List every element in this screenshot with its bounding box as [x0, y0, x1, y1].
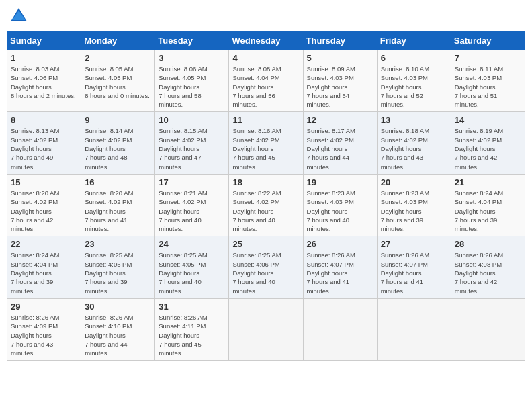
- logo-icon: [9, 7, 28, 26]
- day-info: Sunrise: 8:10 AM Sunset: 4:03 PM Dayligh…: [381, 64, 447, 109]
- day-cell: 13 Sunrise: 8:18 AM Sunset: 4:02 PM Dayl…: [377, 112, 451, 174]
- day-number: 17: [159, 177, 225, 187]
- day-info: Sunrise: 8:23 AM Sunset: 4:03 PM Dayligh…: [381, 189, 447, 233]
- day-number: 14: [455, 115, 521, 125]
- day-cell: 3 Sunrise: 8:06 AM Sunset: 4:05 PM Dayli…: [155, 50, 229, 112]
- day-cell: [451, 298, 525, 360]
- day-info: Sunrise: 8:17 AM Sunset: 4:02 PM Dayligh…: [307, 126, 373, 171]
- day-cell: 2 Sunrise: 8:05 AM Sunset: 4:05 PM Dayli…: [81, 50, 155, 112]
- header-thursday: Thursday: [303, 32, 377, 50]
- day-info: Sunrise: 8:19 AM Sunset: 4:02 PM Dayligh…: [455, 126, 521, 171]
- day-info: Sunrise: 8:26 AM Sunset: 4:08 PM Dayligh…: [455, 250, 521, 295]
- day-info: Sunrise: 8:24 AM Sunset: 4:04 PM Dayligh…: [11, 250, 77, 295]
- day-info: Sunrise: 8:16 AM Sunset: 4:02 PM Dayligh…: [232, 126, 299, 171]
- day-cell: 27 Sunrise: 8:26 AM Sunset: 4:07 PM Dayl…: [377, 236, 451, 298]
- day-number: 9: [85, 115, 151, 125]
- day-number: 24: [159, 239, 225, 249]
- day-cell: 25 Sunrise: 8:25 AM Sunset: 4:06 PM Dayl…: [229, 236, 303, 298]
- day-cell: 1 Sunrise: 8:03 AM Sunset: 4:06 PM Dayli…: [7, 50, 81, 112]
- day-number: 8: [11, 115, 77, 125]
- day-info: Sunrise: 8:25 AM Sunset: 4:05 PM Dayligh…: [85, 250, 151, 295]
- header-wednesday: Wednesday: [229, 32, 303, 50]
- day-info: Sunrise: 8:25 AM Sunset: 4:05 PM Dayligh…: [159, 250, 225, 295]
- day-cell: 29 Sunrise: 8:26 AM Sunset: 4:09 PM Dayl…: [7, 298, 81, 360]
- day-cell: 31 Sunrise: 8:26 AM Sunset: 4:11 PM Dayl…: [155, 298, 229, 360]
- day-cell: 24 Sunrise: 8:25 AM Sunset: 4:05 PM Dayl…: [155, 236, 229, 298]
- day-info: Sunrise: 8:20 AM Sunset: 4:02 PM Dayligh…: [11, 189, 77, 233]
- day-cell: 20 Sunrise: 8:23 AM Sunset: 4:03 PM Dayl…: [377, 174, 451, 236]
- day-cell: [229, 298, 303, 360]
- day-info: Sunrise: 8:15 AM Sunset: 4:02 PM Dayligh…: [159, 126, 225, 171]
- day-info: Sunrise: 8:20 AM Sunset: 4:02 PM Dayligh…: [85, 189, 151, 233]
- day-cell: 17 Sunrise: 8:21 AM Sunset: 4:02 PM Dayl…: [155, 174, 229, 236]
- weekday-header-row: SundayMondayTuesdayWednesdayThursdayFrid…: [7, 32, 525, 50]
- day-number: 21: [455, 177, 521, 187]
- day-cell: 4 Sunrise: 8:08 AM Sunset: 4:04 PM Dayli…: [229, 50, 303, 112]
- header-friday: Friday: [377, 32, 451, 50]
- day-info: Sunrise: 8:21 AM Sunset: 4:02 PM Dayligh…: [159, 189, 225, 233]
- day-info: Sunrise: 8:03 AM Sunset: 4:06 PM Dayligh…: [11, 64, 77, 100]
- day-info: Sunrise: 8:05 AM Sunset: 4:05 PM Dayligh…: [85, 64, 151, 100]
- day-cell: 23 Sunrise: 8:25 AM Sunset: 4:05 PM Dayl…: [81, 236, 155, 298]
- header-saturday: Saturday: [451, 32, 525, 50]
- header-tuesday: Tuesday: [155, 32, 229, 50]
- day-cell: 16 Sunrise: 8:20 AM Sunset: 4:02 PM Dayl…: [81, 174, 155, 236]
- header-sunday: Sunday: [7, 32, 81, 50]
- day-cell: 7 Sunrise: 8:11 AM Sunset: 4:03 PM Dayli…: [451, 50, 525, 112]
- day-cell: 12 Sunrise: 8:17 AM Sunset: 4:02 PM Dayl…: [303, 112, 377, 174]
- day-info: Sunrise: 8:06 AM Sunset: 4:05 PM Dayligh…: [159, 64, 225, 109]
- day-info: Sunrise: 8:18 AM Sunset: 4:02 PM Dayligh…: [381, 126, 447, 171]
- day-number: 30: [85, 302, 151, 312]
- day-number: 20: [381, 177, 447, 187]
- day-number: 2: [85, 53, 151, 63]
- day-number: 29: [11, 302, 77, 312]
- day-cell: 9 Sunrise: 8:14 AM Sunset: 4:02 PM Dayli…: [81, 112, 155, 174]
- logo: [9, 7, 31, 26]
- day-cell: 26 Sunrise: 8:26 AM Sunset: 4:07 PM Dayl…: [303, 236, 377, 298]
- week-row-4: 22 Sunrise: 8:24 AM Sunset: 4:04 PM Dayl…: [7, 236, 525, 298]
- week-row-3: 15 Sunrise: 8:20 AM Sunset: 4:02 PM Dayl…: [7, 174, 525, 236]
- day-cell: 5 Sunrise: 8:09 AM Sunset: 4:03 PM Dayli…: [303, 50, 377, 112]
- day-number: 12: [307, 115, 373, 125]
- day-cell: 18 Sunrise: 8:22 AM Sunset: 4:02 PM Dayl…: [229, 174, 303, 236]
- day-number: 19: [307, 177, 373, 187]
- day-cell: 14 Sunrise: 8:19 AM Sunset: 4:02 PM Dayl…: [451, 112, 525, 174]
- header-monday: Monday: [81, 32, 155, 50]
- day-number: 15: [11, 177, 77, 187]
- day-number: 13: [381, 115, 447, 125]
- day-info: Sunrise: 8:08 AM Sunset: 4:04 PM Dayligh…: [232, 64, 299, 109]
- day-info: Sunrise: 8:11 AM Sunset: 4:03 PM Dayligh…: [455, 64, 521, 109]
- day-number: 23: [85, 239, 151, 249]
- day-number: 6: [381, 53, 447, 63]
- day-number: 3: [159, 53, 225, 63]
- day-number: 10: [159, 115, 225, 125]
- day-number: 25: [232, 239, 299, 249]
- day-info: Sunrise: 8:26 AM Sunset: 4:07 PM Dayligh…: [381, 250, 447, 295]
- day-number: 27: [381, 239, 447, 249]
- day-info: Sunrise: 8:13 AM Sunset: 4:02 PM Dayligh…: [11, 126, 77, 171]
- day-number: 26: [307, 239, 373, 249]
- day-number: 31: [159, 302, 225, 312]
- day-cell: [303, 298, 377, 360]
- day-info: Sunrise: 8:09 AM Sunset: 4:03 PM Dayligh…: [307, 64, 373, 109]
- day-number: 16: [85, 177, 151, 187]
- day-number: 1: [11, 53, 77, 63]
- day-number: 18: [232, 177, 299, 187]
- day-cell: 15 Sunrise: 8:20 AM Sunset: 4:02 PM Dayl…: [7, 174, 81, 236]
- day-info: Sunrise: 8:26 AM Sunset: 4:09 PM Dayligh…: [11, 313, 77, 357]
- day-info: Sunrise: 8:22 AM Sunset: 4:02 PM Dayligh…: [232, 189, 299, 233]
- day-info: Sunrise: 8:24 AM Sunset: 4:04 PM Dayligh…: [455, 189, 521, 233]
- svg-marker-1: [12, 11, 26, 20]
- day-cell: 30 Sunrise: 8:26 AM Sunset: 4:10 PM Dayl…: [81, 298, 155, 360]
- day-cell: 19 Sunrise: 8:23 AM Sunset: 4:03 PM Dayl…: [303, 174, 377, 236]
- day-info: Sunrise: 8:25 AM Sunset: 4:06 PM Dayligh…: [232, 250, 299, 295]
- day-number: 5: [307, 53, 373, 63]
- day-cell: 6 Sunrise: 8:10 AM Sunset: 4:03 PM Dayli…: [377, 50, 451, 112]
- day-cell: 10 Sunrise: 8:15 AM Sunset: 4:02 PM Dayl…: [155, 112, 229, 174]
- day-number: 22: [11, 239, 77, 249]
- day-number: 11: [232, 115, 299, 125]
- day-cell: [377, 298, 451, 360]
- week-row-2: 8 Sunrise: 8:13 AM Sunset: 4:02 PM Dayli…: [7, 112, 525, 174]
- day-cell: 21 Sunrise: 8:24 AM Sunset: 4:04 PM Dayl…: [451, 174, 525, 236]
- day-info: Sunrise: 8:26 AM Sunset: 4:07 PM Dayligh…: [307, 250, 373, 295]
